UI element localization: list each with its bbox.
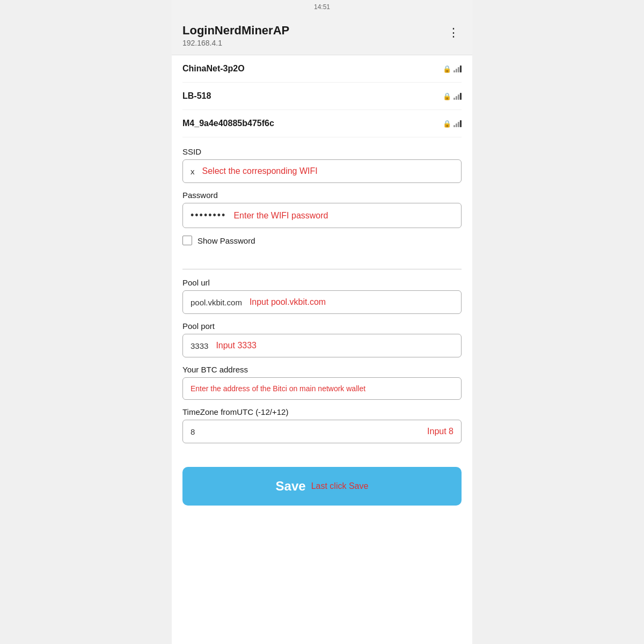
pool-port-label: Pool port: [182, 321, 462, 331]
section-divider: [182, 269, 462, 269]
pool-section: Pool url pool.vkbit.com Input pool.vkbit…: [172, 278, 472, 462]
wifi-name-1: ChinaNet-3p2O: [182, 64, 245, 74]
status-time: 14:51: [314, 3, 330, 11]
header: LoginNerdMinerAP 192.168.4.1 ⋮: [172, 14, 472, 55]
wifi-icons-2: 🔒: [443, 92, 462, 100]
show-password-checkbox[interactable]: [182, 236, 192, 245]
pool-url-placeholder: Input pool.vkbit.com: [250, 297, 326, 307]
lock-icon-2: 🔒: [443, 92, 451, 100]
password-label: Password: [182, 191, 462, 200]
pool-port-placeholder: Input 3333: [216, 341, 257, 350]
status-bar: 14:51: [172, 0, 472, 14]
btc-input-wrapper[interactable]: Enter the address of the Bitci on main n…: [182, 377, 462, 400]
pool-url-label: Pool url: [182, 278, 462, 287]
pool-url-value: pool.vkbit.com: [191, 298, 242, 307]
ssid-value: x: [191, 167, 195, 176]
wifi-list: ChinaNet-3p2O 🔒 LB-518 🔒: [172, 55, 472, 137]
menu-button[interactable]: ⋮: [445, 24, 462, 42]
signal-icon-1: [453, 65, 462, 72]
wifi-icons-3: 🔒: [443, 120, 462, 128]
app-subtitle: 192.168.4.1: [182, 39, 289, 47]
wifi-item-2[interactable]: LB-518 🔒: [182, 83, 462, 110]
ssid-placeholder: Select the corresponding WIFI: [202, 166, 318, 176]
save-button-sub-label: Last click Save: [311, 481, 369, 491]
lock-icon-3: 🔒: [443, 120, 451, 128]
wifi-name-2: LB-518: [182, 91, 211, 101]
password-dots: ••••••••: [191, 210, 226, 221]
timezone-input-wrapper[interactable]: 8 Input 8: [182, 420, 462, 443]
pool-port-input-wrapper[interactable]: 3333 Input 3333: [182, 334, 462, 357]
pool-url-input-wrapper[interactable]: pool.vkbit.com Input pool.vkbit.com: [182, 290, 462, 314]
pool-port-value: 3333: [191, 341, 208, 350]
wifi-name-3: M4_9a4e40885b475f6c: [182, 119, 274, 128]
signal-icon-2: [453, 92, 462, 100]
password-placeholder: Enter the WIFI password: [233, 211, 328, 221]
wifi-icons-1: 🔒: [443, 65, 462, 73]
save-button[interactable]: Save Last click Save: [182, 467, 462, 506]
phone-container: 14:51 LoginNerdMinerAP 192.168.4.1 ⋮ Chi…: [172, 0, 472, 644]
ssid-label: SSID: [182, 147, 462, 156]
wifi-form: SSID x Select the corresponding WIFI Pas…: [172, 137, 472, 260]
section-divider-wrapper: [172, 269, 472, 269]
signal-icon-3: [453, 120, 462, 127]
wifi-item-1[interactable]: ChinaNet-3p2O 🔒: [182, 55, 462, 83]
password-input-wrapper[interactable]: •••••••• Enter the WIFI password: [182, 203, 462, 228]
app-title: LoginNerdMinerAP: [182, 24, 289, 38]
show-password-label: Show Password: [197, 236, 255, 245]
wifi-item-3[interactable]: M4_9a4e40885b475f6c 🔒: [182, 110, 462, 137]
btc-label: Your BTC address: [182, 365, 462, 374]
timezone-value: 8: [191, 427, 195, 436]
show-password-row[interactable]: Show Password: [182, 236, 462, 245]
save-button-main-label: Save: [276, 479, 306, 494]
timezone-placeholder: Input 8: [202, 427, 453, 436]
timezone-label: TimeZone fromUTC (-12/+12): [182, 407, 462, 416]
lock-icon-1: 🔒: [443, 65, 451, 73]
ssid-input-wrapper[interactable]: x Select the corresponding WIFI: [182, 159, 462, 183]
btc-placeholder: Enter the address of the Bitci on main n…: [191, 384, 365, 393]
